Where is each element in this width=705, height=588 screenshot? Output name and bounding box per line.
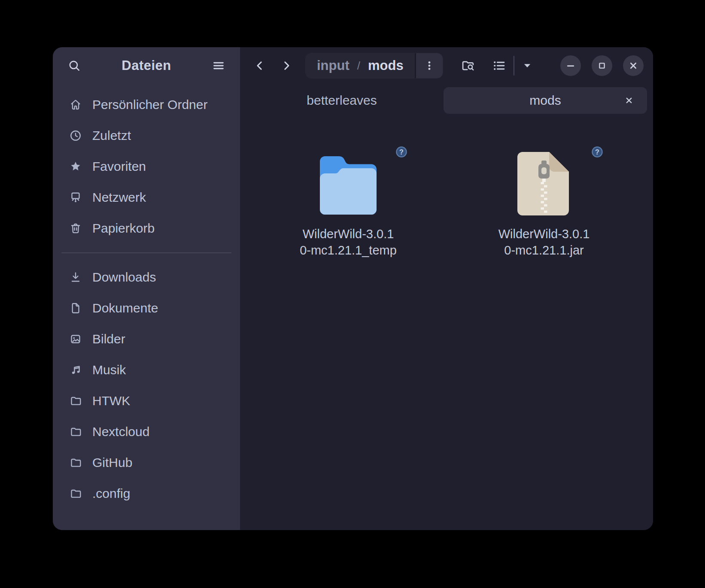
image-icon (69, 333, 82, 346)
file-manager-window: Dateien Persönlicher Ordner Zuletzt (53, 47, 653, 530)
file-name-line2: 0-mc1.21.1.jar (498, 242, 590, 258)
file-name-line2: 0-mc1.21.1_temp (300, 242, 397, 258)
sidebar-item-pictures[interactable]: Bilder (59, 324, 234, 355)
home-icon (69, 98, 82, 111)
download-icon (69, 271, 82, 284)
search-icon (67, 59, 81, 73)
unknown-emblem-badge: ? (591, 146, 603, 158)
chevron-left-icon (253, 59, 266, 72)
file-name-label: WilderWild-3.0.1 0-mc1.21.1.jar (498, 226, 590, 259)
question-mark-glyph: ? (399, 149, 404, 156)
unknown-emblem-badge: ? (395, 146, 407, 158)
list-view-button[interactable] (489, 55, 509, 76)
breadcrumb-parent[interactable]: input (317, 58, 349, 73)
clock-icon (69, 129, 82, 142)
list-view-icon (492, 58, 506, 73)
sidebar-item-home[interactable]: Persönlicher Ordner (59, 89, 234, 120)
folder-icon (69, 425, 82, 438)
app-title: Dateien (85, 58, 208, 73)
sidebar-item-label: Netzwerk (92, 190, 146, 205)
tab-mods[interactable]: mods (444, 87, 647, 114)
file-item-folder[interactable]: ? WilderWild-3.0.1 0-mc1.21.1_temp (283, 142, 413, 259)
forward-button[interactable] (276, 55, 297, 76)
breadcrumb-current[interactable]: mods (368, 58, 404, 73)
file-name-label: WilderWild-3.0.1 0-mc1.21.1_temp (300, 226, 397, 259)
sidebar-item-label: Persönlicher Ordner (92, 97, 207, 112)
sidebar-item-label: Favoriten (92, 159, 146, 174)
sidebar-item-label: Papierkorb (92, 221, 155, 236)
maximize-icon (596, 60, 608, 71)
folder-large-icon (316, 148, 381, 216)
window-controls (560, 55, 644, 76)
sidebar-divider (61, 252, 231, 253)
hamburger-menu-icon (212, 59, 225, 73)
search-button[interactable] (64, 55, 85, 76)
sidebar-header: Dateien (53, 47, 240, 84)
close-icon (624, 95, 634, 106)
sidebar: Dateien Persönlicher Ordner Zuletzt (53, 47, 240, 530)
view-separator (514, 56, 514, 76)
sidebar-item-github[interactable]: GitHub (59, 447, 234, 478)
view-options (489, 55, 536, 76)
chevron-down-icon (522, 60, 533, 71)
sidebar-item-label: Dokumente (92, 301, 158, 315)
breadcrumb-separator: / (357, 59, 360, 73)
sidebar-item-label: Nextcloud (92, 424, 149, 439)
view-menu-button[interactable] (519, 55, 536, 76)
sidebar-item-network[interactable]: Netzwerk (59, 182, 234, 213)
network-icon (69, 191, 82, 204)
sidebar-places: Persönlicher Ordner Zuletzt Favoriten (53, 84, 240, 509)
sidebar-item-nextcloud[interactable]: Nextcloud (59, 416, 234, 447)
folder-icon (69, 456, 82, 469)
tab-close-button[interactable] (620, 92, 638, 109)
close-button[interactable] (623, 55, 644, 76)
back-button[interactable] (249, 55, 270, 76)
minimize-icon (565, 60, 576, 71)
sidebar-item-label: Musik (92, 363, 126, 377)
sidebar-item-trash[interactable]: Papierkorb (59, 213, 234, 244)
sidebar-item-label: HTWK (92, 394, 130, 408)
tab-bar: betterleaves mods (240, 84, 653, 117)
minimize-button[interactable] (560, 55, 581, 76)
tab-label: mods (529, 93, 561, 108)
star-icon (69, 160, 82, 173)
sidebar-item-downloads[interactable]: Downloads (59, 262, 234, 293)
search-in-folder-button[interactable] (458, 55, 478, 76)
sidebar-item-htwk[interactable]: HTWK (59, 385, 234, 416)
document-icon (69, 302, 82, 315)
sidebar-item-music[interactable]: Musik (59, 355, 234, 385)
file-item-archive[interactable]: ? WilderWild-3.0.1 0-mc1.21.1.jar (479, 142, 609, 259)
archive-large-icon (511, 148, 577, 216)
file-grid: ? WilderWild-3.0.1 0-mc1.21.1_temp (240, 117, 653, 530)
breadcrumb: input / mods (305, 53, 443, 79)
headerbar: input / mods (240, 47, 653, 84)
sidebar-item-label: GitHub (92, 455, 132, 470)
sidebar-item-recent[interactable]: Zuletzt (59, 120, 234, 151)
sidebar-item-config[interactable]: .config (59, 478, 234, 509)
file-name-line1: WilderWild-3.0.1 (300, 226, 397, 242)
main-pane: input / mods (240, 47, 653, 530)
trash-icon (69, 222, 82, 235)
tab-betterleaves[interactable]: betterleaves (240, 84, 444, 117)
sidebar-item-label: Bilder (92, 332, 125, 346)
close-icon (628, 60, 639, 71)
sidebar-item-label: Downloads (92, 270, 156, 285)
chevron-right-icon (280, 59, 293, 72)
tab-label: betterleaves (307, 93, 377, 108)
folder-icon (69, 394, 82, 407)
sidebar-item-label: Zuletzt (92, 128, 131, 143)
folder-search-icon (461, 58, 475, 73)
sidebar-item-label: .config (92, 486, 130, 501)
question-mark-glyph: ? (595, 149, 599, 156)
sidebar-item-starred[interactable]: Favoriten (59, 151, 234, 182)
kebab-menu-icon (423, 60, 435, 72)
file-name-line1: WilderWild-3.0.1 (498, 226, 590, 242)
maximize-button[interactable] (592, 55, 612, 76)
main-menu-button[interactable] (208, 55, 229, 76)
path-menu-button[interactable] (415, 53, 443, 78)
music-icon (69, 364, 82, 376)
sidebar-item-documents[interactable]: Dokumente (59, 293, 234, 324)
folder-icon (69, 487, 82, 500)
breadcrumb-path: input / mods (306, 53, 415, 78)
